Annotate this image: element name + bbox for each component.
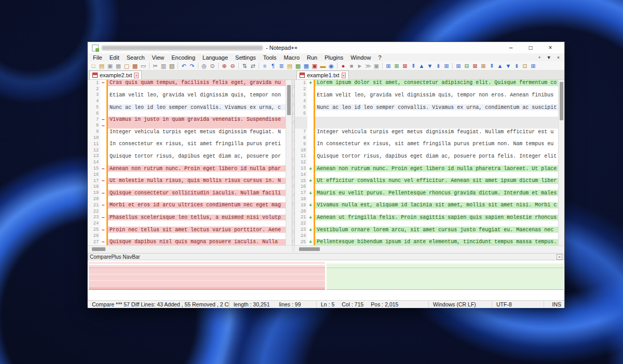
- scrollbar-thumb[interactable]: [92, 247, 105, 251]
- cut-icon[interactable]: ✂: [151, 62, 159, 70]
- separator[interactable]: [452, 63, 453, 69]
- compare-settings-icon[interactable]: ⊡: [521, 62, 529, 70]
- compare-icon[interactable]: ⊞: [392, 62, 401, 70]
- zoom-in-icon[interactable]: ⊕: [220, 62, 228, 70]
- menu-item[interactable]: Edit: [106, 54, 123, 61]
- next-diff-icon[interactable]: ▼: [426, 62, 434, 70]
- new-file-icon[interactable]: □: [89, 62, 98, 70]
- first-diff-icon[interactable]: ⇞: [409, 62, 417, 70]
- open-file-icon[interactable]: ▤: [98, 62, 106, 70]
- ignore-changes-icon[interactable]: ⊠: [471, 62, 479, 70]
- right-editor-pane[interactable]: 1 + Lorem ipsum dolor sit amet, consecte…: [295, 80, 564, 245]
- indent-guide-icon[interactable]: ≣: [277, 62, 286, 70]
- stop-macro-icon[interactable]: ■: [347, 62, 356, 70]
- menu-item[interactable]: ?: [374, 54, 385, 61]
- close-all-icon[interactable]: ▩: [131, 62, 139, 70]
- prev-diff-2-icon[interactable]: ▲: [496, 62, 504, 70]
- document-list-icon[interactable]: ▦: [302, 62, 310, 70]
- separator[interactable]: [259, 63, 259, 69]
- menu-item[interactable]: View: [148, 54, 168, 61]
- compare-set-first-icon[interactable]: ⊞: [384, 62, 392, 70]
- sync-scroll-vertical-icon[interactable]: ⇅: [240, 62, 249, 70]
- separator[interactable]: [238, 63, 239, 69]
- save-icon[interactable]: ▣: [106, 62, 114, 70]
- left-horizontal-scrollbar[interactable]: [88, 246, 292, 252]
- separator[interactable]: [178, 63, 178, 69]
- show-all-characters-icon[interactable]: ¶: [269, 62, 277, 70]
- right-horizontal-scrollbar[interactable]: [295, 246, 564, 252]
- replace-icon[interactable]: ⊙: [208, 62, 216, 70]
- find-icon[interactable]: ◎: [200, 62, 208, 70]
- save-macro-icon[interactable]: ▣: [372, 62, 381, 70]
- close-button[interactable]: ×: [540, 42, 560, 53]
- right-vertical-scrollbar[interactable]: [558, 80, 564, 245]
- scrollbar-thumb[interactable]: [560, 82, 563, 120]
- diff-marker-icon: −: [100, 123, 106, 129]
- last-diff-icon[interactable]: ⇟: [434, 62, 442, 70]
- scrollbar-thumb[interactable]: [287, 85, 291, 115]
- navbar-diff-map-left[interactable]: [89, 260, 325, 300]
- compare-lines-icon[interactable]: ⊟: [463, 62, 471, 70]
- prev-diff-icon[interactable]: ▲: [417, 62, 426, 70]
- detect-moves-icon[interactable]: ⊞: [479, 62, 487, 70]
- record-macro-icon[interactable]: ●: [339, 62, 347, 70]
- navbar-close-button[interactable]: ×: [557, 254, 562, 260]
- tab-example2[interactable]: example2.txt ×: [89, 71, 142, 79]
- menu-item[interactable]: Settings: [232, 54, 260, 61]
- menu-item[interactable]: Window: [347, 54, 374, 61]
- file-monitoring-icon[interactable]: ◉: [327, 62, 335, 70]
- next-diff-2-icon[interactable]: ▼: [504, 62, 512, 70]
- close-file-icon[interactable]: ▢: [123, 62, 131, 70]
- play-macro-icon[interactable]: ►: [356, 62, 364, 70]
- function-list-icon[interactable]: ▤: [286, 62, 294, 70]
- scrollbar-thumb[interactable]: [299, 247, 320, 251]
- line-text: [106, 233, 286, 239]
- menu-item[interactable]: Plugins: [321, 54, 347, 61]
- diff-summary-icon[interactable]: ⊞: [442, 62, 451, 70]
- compare-clear-icon[interactable]: ⊠: [401, 62, 409, 70]
- maximize-button[interactable]: □: [521, 42, 540, 53]
- document-map-icon[interactable]: ▩: [294, 62, 302, 70]
- menu-plus-button[interactable]: +: [538, 55, 541, 60]
- menu-tab-list-button[interactable]: ▼: [547, 55, 551, 60]
- print-icon[interactable]: ▭: [139, 62, 147, 70]
- navbar-diff-map-right[interactable]: [327, 260, 564, 300]
- editor-line: 16: [295, 184, 558, 190]
- left-vertical-scrollbar[interactable]: [286, 80, 292, 245]
- editor-line: 1 − Cras quis quam tempus, facilisis fel…: [88, 80, 286, 86]
- tab-close-icon[interactable]: ×: [134, 73, 139, 78]
- tab-close-icon[interactable]: ×: [342, 73, 346, 78]
- tab-example1[interactable]: example1.txt ×: [296, 71, 349, 79]
- menu-item[interactable]: File: [89, 54, 106, 61]
- menu-item[interactable]: Encoding: [168, 54, 199, 61]
- left-editor-pane[interactable]: 1 − Cras quis quam tempus, facilisis fel…: [88, 80, 292, 245]
- menu-item[interactable]: Search: [123, 54, 148, 61]
- first-diff-2-icon[interactable]: ⇞: [487, 62, 496, 70]
- menu-item[interactable]: Language: [199, 54, 232, 61]
- save-all-icon[interactable]: ▦: [114, 62, 123, 70]
- folder-as-workspace-icon[interactable]: ▬: [319, 62, 327, 70]
- sync-scroll-horizontal-icon[interactable]: ⇄: [249, 62, 257, 70]
- separator[interactable]: [218, 63, 219, 69]
- navbar-toggle-icon[interactable]: ⊞: [529, 62, 537, 70]
- copy-icon[interactable]: ▥: [159, 62, 168, 70]
- separator[interactable]: [337, 63, 337, 69]
- menu-item[interactable]: Run: [303, 54, 321, 61]
- menu-item[interactable]: Tools: [260, 54, 280, 61]
- menu-close-doc-button[interactable]: ×: [557, 55, 560, 60]
- word-wrap-icon[interactable]: ≡: [261, 62, 269, 70]
- undo-icon[interactable]: ↶: [180, 62, 188, 70]
- line-number: 16: [295, 184, 307, 190]
- compare-selections-icon[interactable]: ⊞: [454, 62, 463, 70]
- separator[interactable]: [149, 63, 150, 69]
- minimize-button[interactable]: –: [501, 42, 521, 53]
- separator[interactable]: [382, 63, 383, 69]
- menu-item[interactable]: Macro: [280, 54, 303, 61]
- paste-icon[interactable]: ▧: [168, 62, 176, 70]
- export-pdf-icon[interactable]: ▣: [310, 62, 319, 70]
- redo-icon[interactable]: ↷: [188, 62, 196, 70]
- last-diff-2-icon[interactable]: ⇟: [512, 62, 521, 70]
- zoom-out-icon[interactable]: ⊖: [228, 62, 237, 70]
- separator[interactable]: [198, 63, 198, 69]
- run-macro-multiple-icon[interactable]: ≫: [364, 62, 372, 70]
